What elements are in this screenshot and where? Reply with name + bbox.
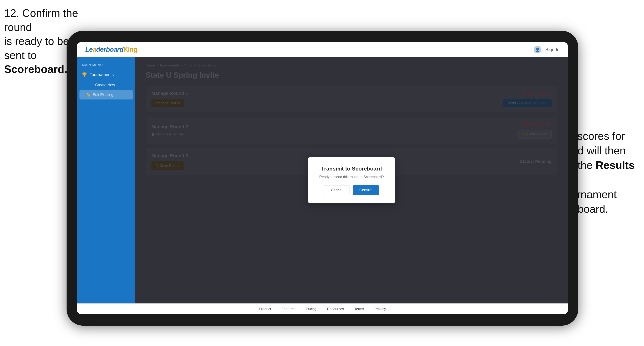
edit-icon: ✏️ [86, 92, 91, 97]
tablet-screen: LeaderboardKing 👤 Sign In MAIN MENU 🏆 To… [77, 42, 568, 314]
modal-buttons: Cancel Confirm [318, 185, 385, 195]
footer-terms[interactable]: Terms [354, 307, 364, 311]
trophy-icon: 🏆 [82, 72, 87, 77]
logo: LeaderboardKing [85, 46, 137, 53]
modal-overlay: Transmit to Scoreboard Ready to send thi… [135, 57, 568, 303]
transmit-modal: Transmit to Scoreboard Ready to send thi… [308, 157, 395, 203]
user-avatar: 👤 [534, 46, 541, 53]
modal-subtitle: Ready to send this round to Scoreboard? [318, 175, 385, 179]
footer: Product Features Pricing Resources Terms… [77, 303, 568, 314]
tablet-shell: LeaderboardKing 👤 Sign In MAIN MENU 🏆 To… [66, 31, 578, 326]
footer-features[interactable]: Features [282, 307, 295, 311]
cancel-button[interactable]: Cancel [324, 185, 349, 195]
page-content-area: Home / Tournaments / State U Spring Invi… [135, 57, 568, 303]
nav-right: 👤 Sign In [534, 46, 560, 53]
footer-privacy[interactable]: Privacy [374, 307, 386, 311]
logo-area: LeaderboardKing [85, 46, 137, 53]
sidebar-item-edit-existing[interactable]: ✏️ Edit Existing [80, 90, 133, 99]
footer-resources[interactable]: Resources [327, 307, 344, 311]
sidebar-item-tournaments[interactable]: 🏆 Tournaments [77, 69, 135, 80]
modal-title: Transmit to Scoreboard [318, 166, 385, 172]
footer-pricing[interactable]: Pricing [306, 307, 316, 311]
top-nav: LeaderboardKing 👤 Sign In [77, 42, 568, 57]
main-menu-label: MAIN MENU [77, 61, 135, 69]
footer-product[interactable]: Product [259, 307, 271, 311]
plus-icon: ＋ [86, 82, 90, 87]
sidebar: MAIN MENU 🏆 Tournaments ＋ + Create New ✏… [77, 57, 135, 303]
sign-in-button[interactable]: Sign In [546, 47, 560, 52]
main-content: MAIN MENU 🏆 Tournaments ＋ + Create New ✏… [77, 57, 568, 303]
sidebar-item-create-new[interactable]: ＋ + Create New [77, 80, 135, 90]
confirm-button[interactable]: Confirm [353, 185, 379, 195]
